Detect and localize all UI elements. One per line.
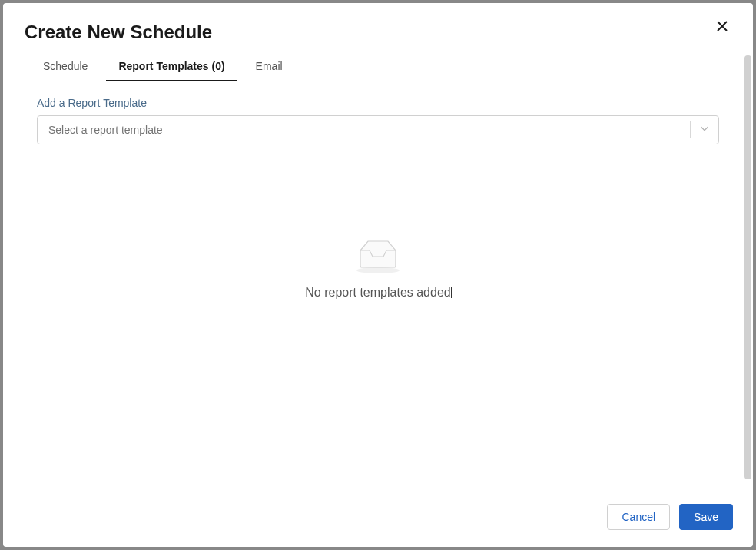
select-caret[interactable] (691, 123, 718, 137)
modal-footer: Cancel Save (3, 490, 753, 547)
empty-state: No report templates added (37, 237, 719, 300)
chevron-down-icon (699, 123, 710, 137)
tab-schedule[interactable]: Schedule (31, 52, 100, 81)
report-template-select-input[interactable] (38, 116, 690, 144)
create-schedule-modal: Create New Schedule Schedule Report Temp… (3, 3, 753, 547)
cancel-button[interactable]: Cancel (607, 504, 670, 530)
save-button[interactable]: Save (679, 504, 733, 530)
modal-title: Create New Schedule (25, 22, 731, 43)
close-button[interactable] (713, 17, 731, 38)
tab-email[interactable]: Email (244, 52, 295, 81)
modal-body: Add a Report Template No report (3, 81, 753, 490)
close-icon (716, 23, 728, 35)
inbox-empty-icon (351, 237, 405, 277)
report-template-select[interactable] (37, 115, 719, 144)
modal-header: Create New Schedule Schedule Report Temp… (3, 3, 753, 81)
svg-point-0 (356, 267, 400, 273)
tab-bar: Schedule Report Templates (0) Email (25, 52, 731, 81)
tab-report-templates[interactable]: Report Templates (0) (106, 52, 237, 81)
field-label-add-template: Add a Report Template (37, 97, 719, 109)
scrollbar[interactable] (744, 55, 751, 479)
empty-state-text: No report templates added (305, 286, 450, 300)
